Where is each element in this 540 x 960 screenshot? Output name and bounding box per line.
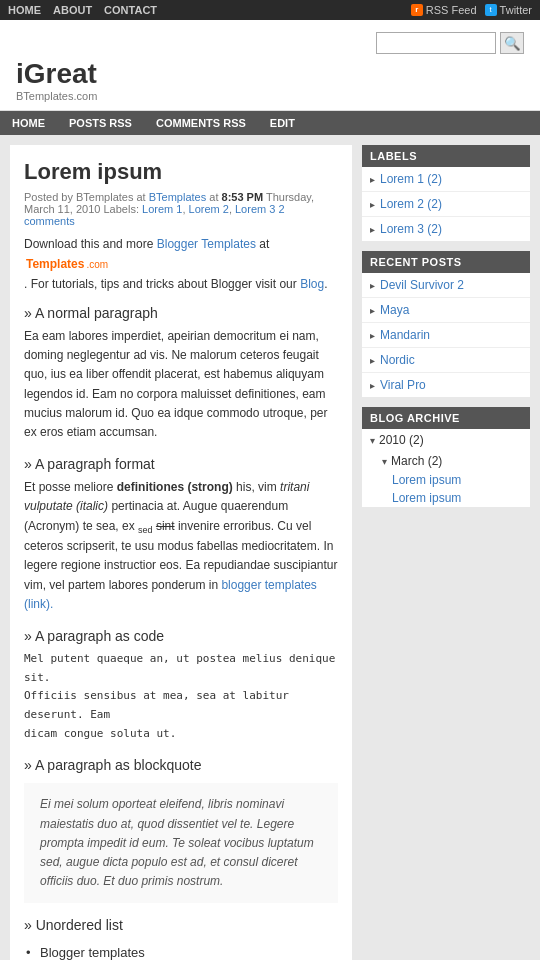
nav-edit[interactable]: EDIT <box>258 111 307 135</box>
label-item-1[interactable]: Lorem 1 (2) <box>362 167 530 192</box>
post-title: Lorem ipsum <box>24 159 338 185</box>
top-bar: HOME ABOUT CONTACT r RSS Feed t Twitter <box>0 0 540 20</box>
labels-title: LABELS <box>362 145 530 167</box>
normal-para-text: Ea eam labores imperdiet, apeirian democ… <box>24 327 338 442</box>
archive-widget: BLOG ARCHIVE 2010 (2) March (2) Lorem ip… <box>362 407 530 507</box>
for-tutorials: . For tutorials, tips and tricks about B… <box>24 277 338 291</box>
rss-label: RSS Feed <box>426 4 477 16</box>
recent-link-5[interactable]: Viral Pro <box>380 378 426 392</box>
download-line: Download this and more Blogger Templates… <box>24 237 338 251</box>
recent-item-3[interactable]: Mandarin <box>362 323 530 348</box>
recent-item-5[interactable]: Viral Pro <box>362 373 530 397</box>
recent-link-4[interactable]: Nordic <box>380 353 415 367</box>
label-2[interactable]: Lorem 2 <box>189 203 229 215</box>
archive-year[interactable]: 2010 (2) <box>362 429 530 451</box>
section-format-para: A paragraph format <box>24 456 338 472</box>
archive-title: BLOG ARCHIVE <box>362 407 530 429</box>
recent-posts-body: Devil Survivor 2 Maya Mandarin Nordic Vi… <box>362 273 530 397</box>
btemplates-b: Templates <box>26 257 84 271</box>
recent-posts-widget: RECENT POSTS Devil Survivor 2 Maya Manda… <box>362 251 530 397</box>
main-content: Lorem ipsum Posted by BTemplates at BTem… <box>10 145 352 960</box>
labels-body: Lorem 1 (2) Lorem 2 (2) Lorem 3 (2) <box>362 167 530 241</box>
recent-item-2[interactable]: Maya <box>362 298 530 323</box>
archive-post-link-1[interactable]: Lorem ipsum <box>392 473 461 487</box>
blockquote-text: Ei mei solum oporteat eleifend, libris n… <box>24 783 338 903</box>
search-icon: 🔍 <box>504 36 521 51</box>
labels-widget: LABELS Lorem 1 (2) Lorem 2 (2) Lorem 3 (… <box>362 145 530 241</box>
blog-link[interactable]: Blog <box>300 277 324 291</box>
topbar-home[interactable]: HOME <box>8 4 41 16</box>
search-area: 🔍 <box>376 32 524 54</box>
sub-text: sed <box>138 525 153 535</box>
recent-posts-title: RECENT POSTS <box>362 251 530 273</box>
twitter-icon: t <box>485 4 497 16</box>
topbar-right: r RSS Feed t Twitter <box>411 4 532 16</box>
rss-link[interactable]: r RSS Feed <box>411 4 477 16</box>
label-1[interactable]: Lorem 1 <box>142 203 182 215</box>
label-link-2[interactable]: Lorem 2 (2) <box>380 197 442 211</box>
site-header: 🔍 iGreat BTemplates.com <box>0 20 540 111</box>
label-link-3[interactable]: Lorem 3 (2) <box>380 222 442 236</box>
main-nav: HOME POSTS RSS COMMENTS RSS EDIT <box>0 111 540 135</box>
list-item: Blogger templates <box>24 941 338 960</box>
nav-comments-rss[interactable]: COMMENTS RSS <box>144 111 258 135</box>
blogger-templates-link[interactable]: Blogger Templates <box>157 237 256 251</box>
nav-home[interactable]: HOME <box>0 111 57 135</box>
recent-item-1[interactable]: Devil Survivor 2 <box>362 273 530 298</box>
unordered-list: Blogger templates Templates Blogs <box>24 941 338 960</box>
strikethrough-text: sint <box>156 519 175 533</box>
posted-by-label: Posted by BTemplates at <box>24 191 149 203</box>
code-block: Mel putent quaeque an, ut postea melius … <box>24 650 338 743</box>
rss-icon: r <box>411 4 423 16</box>
site-title: iGreat <box>16 54 524 90</box>
recent-link-2[interactable]: Maya <box>380 303 409 317</box>
archive-post-link-2[interactable]: Lorem ipsum <box>392 491 461 505</box>
label-3[interactable]: Lorem 3 <box>235 203 275 215</box>
label-item-3[interactable]: Lorem 3 (2) <box>362 217 530 241</box>
content-wrap: Lorem ipsum Posted by BTemplates at BTem… <box>0 135 540 960</box>
section-normal-para: A normal paragraph <box>24 305 338 321</box>
section-list: Unordered list <box>24 917 338 933</box>
recent-item-4[interactable]: Nordic <box>362 348 530 373</box>
archive-post-2[interactable]: Lorem ipsum <box>362 489 530 507</box>
section-blockquote: A paragraph as blockquote <box>24 757 338 773</box>
archive-month[interactable]: March (2) <box>362 451 530 471</box>
archive-body: 2010 (2) March (2) Lorem ipsum Lorem ips… <box>362 429 530 507</box>
section-code: A paragraph as code <box>24 628 338 644</box>
twitter-label: Twitter <box>500 4 532 16</box>
recent-link-3[interactable]: Mandarin <box>380 328 430 342</box>
strong-text: definitiones (strong) <box>117 480 233 494</box>
nav-posts-rss[interactable]: POSTS RSS <box>57 111 144 135</box>
archive-post-1[interactable]: Lorem ipsum <box>362 471 530 489</box>
twitter-link[interactable]: t Twitter <box>485 4 532 16</box>
topbar-nav: HOME ABOUT CONTACT <box>8 4 157 16</box>
sidebar: LABELS Lorem 1 (2) Lorem 2 (2) Lorem 3 (… <box>362 145 530 517</box>
post-time: 8:53 PM <box>222 191 264 203</box>
label-item-2[interactable]: Lorem 2 (2) <box>362 192 530 217</box>
site-tagline: BTemplates.com <box>16 90 524 102</box>
post-body: A normal paragraph Ea eam labores imperd… <box>24 305 338 960</box>
btemplates-logo-area: Templates.com <box>24 257 338 271</box>
author-link[interactable]: BTemplates <box>149 191 206 203</box>
topbar-contact[interactable]: CONTACT <box>104 4 157 16</box>
label-link-1[interactable]: Lorem 1 (2) <box>380 172 442 186</box>
format-para-text: Et posse meliore definitiones (strong) h… <box>24 478 338 614</box>
blogger-templates-para-link[interactable]: blogger templates (link). <box>24 578 317 611</box>
topbar-about[interactable]: ABOUT <box>53 4 92 16</box>
recent-link-1[interactable]: Devil Survivor 2 <box>380 278 464 292</box>
search-button[interactable]: 🔍 <box>500 32 524 54</box>
btemplates-com: .com <box>86 259 108 270</box>
search-input[interactable] <box>376 32 496 54</box>
post-meta: Posted by BTemplates at BTemplates at 8:… <box>24 191 338 227</box>
